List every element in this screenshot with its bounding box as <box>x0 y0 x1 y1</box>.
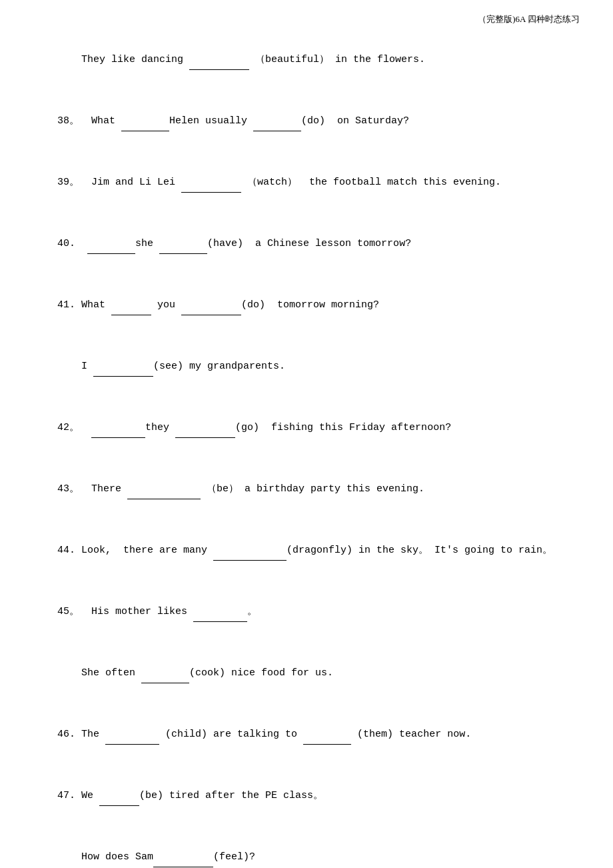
blank-43 <box>127 479 201 499</box>
blank-41b <box>181 295 241 315</box>
line-45b: She often (cook) nice food for us. <box>33 643 580 703</box>
line-46: 46. The (child) are talking to (them) te… <box>33 704 580 765</box>
line-41: 41. What you (do) tomorrow morning? <box>33 275 580 335</box>
blank-40a <box>87 233 135 254</box>
line-44: 44. Look, there are many (dragonfly) in … <box>33 520 580 581</box>
blank-46a <box>105 724 159 745</box>
blank-42b <box>175 417 235 438</box>
blank-47b <box>153 847 213 867</box>
blank-39 <box>181 172 241 193</box>
blank-45 <box>193 601 247 622</box>
blank-41a <box>111 295 151 315</box>
exercise-content: They like dancing （beautiful） in the flo… <box>33 29 580 868</box>
line-42: 42。 they (go) fishing this Friday aftern… <box>33 397 580 458</box>
blank-40b <box>159 233 207 254</box>
blank-41c <box>93 356 153 377</box>
blank-45b <box>141 663 189 683</box>
blank-42a <box>91 417 145 438</box>
blank-intro <box>189 49 249 70</box>
line-47: 47. We (be) tired after the PE class。 <box>33 765 580 826</box>
line-43: 43。 There （be） a birthday party this eve… <box>33 459 580 519</box>
line-45: 45。 His mother likes 。 <box>33 581 580 642</box>
blank-38a <box>121 111 169 131</box>
blank-47a <box>99 785 139 806</box>
blank-38b <box>253 111 301 131</box>
line-intro: They like dancing （beautiful） in the flo… <box>33 29 580 90</box>
line-40: 40. she (have) a Chinese lesson tomorrow… <box>33 213 580 274</box>
line-47b: How does Sam (feel)? <box>33 827 580 868</box>
line-41b: I (see) my grandparents. <box>33 336 580 397</box>
blank-44 <box>213 540 287 561</box>
line-38: 38。 What Helen usually (do) on Saturday? <box>33 91 580 151</box>
line-39: 39。 Jim and Li Lei （watch） the football … <box>33 152 580 213</box>
blank-46b <box>303 724 351 745</box>
page-header: （完整版)6A 四种时态练习 <box>33 13 580 25</box>
